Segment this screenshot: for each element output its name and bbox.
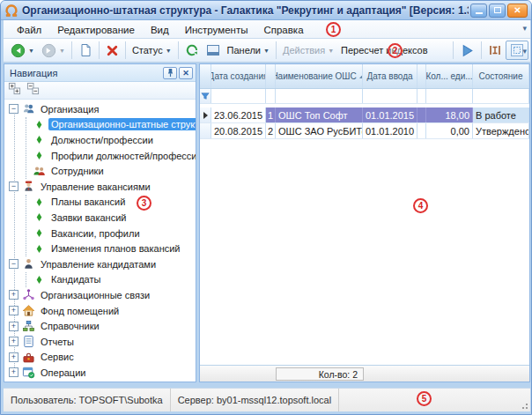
forward-button[interactable]: ▼ xyxy=(38,41,69,60)
collapse-all-button[interactable] xyxy=(26,82,40,99)
tree-leaf[interactable]: Планы вакансий xyxy=(26,195,196,211)
table-cell[interactable]: 2 xyxy=(266,123,276,138)
row-selector[interactable] xyxy=(200,107,211,122)
tree-leaf[interactable]: Профили должностей/профессий xyxy=(26,148,196,164)
collapse-icon[interactable]: − xyxy=(9,259,18,269)
minimize-button[interactable] xyxy=(470,4,487,18)
expand-icon[interactable]: + xyxy=(9,337,18,346)
filter-cell[interactable] xyxy=(473,89,529,103)
tree-leaf[interactable]: Должности/профессии xyxy=(26,132,196,148)
filter-cell[interactable] xyxy=(363,89,417,103)
menubar-overflow-icon[interactable]: ▾ xyxy=(522,24,527,33)
menu-item[interactable]: Инструменты xyxy=(177,23,256,37)
pin-icon[interactable] xyxy=(163,67,177,79)
table-cell[interactable] xyxy=(417,107,426,122)
fit-columns-button[interactable] xyxy=(484,41,506,60)
table-cell[interactable]: 0,00 xyxy=(426,123,473,138)
tree-node[interactable]: −Управление кандидатами xyxy=(4,256,196,272)
column-header[interactable]: Состояние xyxy=(473,64,529,88)
table-cell[interactable]: Утверждено xyxy=(473,123,529,138)
resize-grip[interactable] xyxy=(520,401,528,410)
menu-item[interactable]: Справка xyxy=(255,23,311,37)
table-row[interactable]: 20.08.20152ОШС ЗАО РусБИТех01.01.20100,0… xyxy=(200,123,529,139)
status-dropdown-button[interactable]: Статус ▼ xyxy=(129,41,175,60)
tree-leaf[interactable]: Изменения планов вакансий xyxy=(26,241,196,256)
tree-node-label: Кандидаты xyxy=(48,273,103,285)
menu-bar: ФайлРедактированиеВидИнструментыСправка … xyxy=(4,20,530,39)
panel-view-button[interactable] xyxy=(203,41,224,60)
row-selector[interactable] xyxy=(200,123,211,138)
tree-node-label: Справочники xyxy=(38,320,102,332)
close-button[interactable]: ✕ xyxy=(507,4,528,18)
tree-node[interactable]: −Организация xyxy=(4,101,196,117)
tree-leaf[interactable]: Кандидаты xyxy=(26,272,196,288)
column-header[interactable]: Кол... еди... xyxy=(426,64,473,88)
candidates-icon xyxy=(21,257,35,271)
collapse-icon[interactable]: − xyxy=(9,104,18,114)
panels-dropdown-button[interactable]: Панели ▼ xyxy=(224,41,273,60)
column-header[interactable]: Наименование ОШС xyxy=(276,64,363,88)
tree-node[interactable]: +Организационные связи xyxy=(4,287,196,303)
app-window: Организационно-штатная структура - Галак… xyxy=(0,0,532,415)
filter-cell[interactable] xyxy=(276,89,363,103)
table-cell[interactable]: 01.01.2015 xyxy=(363,107,417,122)
column-header[interactable] xyxy=(266,64,276,88)
table-cell[interactable]: 18,00 xyxy=(426,107,473,122)
tree-leaf[interactable]: Заявки вакансий xyxy=(26,210,196,226)
maximize-button[interactable] xyxy=(489,4,506,18)
table-row[interactable]: 23.06.20151ОШС Топ Софт01.01.201518,00В … xyxy=(200,107,529,123)
column-header[interactable]: Дата ввода xyxy=(363,64,417,88)
tree-node[interactable]: +Справочники xyxy=(4,318,196,334)
column-header[interactable] xyxy=(200,64,211,88)
tree-node-label: Управление кандидатами xyxy=(38,258,159,270)
table-cell[interactable]: В работе xyxy=(473,107,529,122)
expand-icon[interactable]: + xyxy=(9,322,18,331)
tree-leaf[interactable]: Вакансии, профили xyxy=(26,226,196,241)
toolbar-overflow-icon[interactable]: ▾ xyxy=(522,47,527,56)
table-cell[interactable]: ОШС ЗАО РусБИТех xyxy=(276,123,363,138)
expand-all-button[interactable] xyxy=(8,82,21,99)
column-header[interactable]: Дата создания xyxy=(211,64,266,88)
expand-icon[interactable]: + xyxy=(9,352,18,362)
menu-item[interactable]: Файл xyxy=(9,23,49,37)
tree-node[interactable]: −Управление вакансиями xyxy=(4,179,196,195)
new-document-button[interactable] xyxy=(75,41,96,60)
title-bar[interactable]: Организационно-штатная структура - Галак… xyxy=(1,1,531,20)
filter-icon[interactable] xyxy=(200,89,211,103)
column-header[interactable] xyxy=(417,64,426,88)
table-cell[interactable]: 1 xyxy=(266,107,276,122)
delete-button[interactable] xyxy=(102,41,122,60)
tree-node[interactable]: +Сервис xyxy=(4,350,196,366)
filter-cell[interactable] xyxy=(417,89,426,103)
filter-cell[interactable] xyxy=(426,89,473,103)
toolbar: ▼ ▼ Статус ▼ Панели ▼ Де xyxy=(4,39,530,63)
report-icon xyxy=(21,335,35,349)
menu-item[interactable]: Редактирование xyxy=(49,23,143,37)
close-panel-icon[interactable]: ✕ xyxy=(179,67,193,79)
tree-leaf[interactable]: Организационно-штатные структуры xyxy=(26,117,196,133)
expand-icon[interactable]: + xyxy=(9,306,18,315)
tree-node-label: Управление вакансиями xyxy=(38,181,153,193)
diamond-icon xyxy=(32,241,46,256)
collapse-icon[interactable]: − xyxy=(9,182,18,191)
table-cell[interactable]: ОШС Топ Софт xyxy=(276,107,363,122)
filter-cell[interactable] xyxy=(266,89,276,103)
grid-filter-row[interactable] xyxy=(200,89,529,104)
table-cell[interactable] xyxy=(417,123,426,138)
table-cell[interactable]: 20.08.2015 xyxy=(211,123,266,138)
filter-cell[interactable] xyxy=(211,89,266,103)
back-button[interactable]: ▼ xyxy=(7,41,38,60)
table-cell[interactable]: 01.01.2010 xyxy=(363,123,417,138)
tree-leaf[interactable]: Сотрудники xyxy=(26,163,196,179)
tree-node[interactable]: +Отчеты xyxy=(4,334,196,350)
recalc-indexes-button[interactable]: Пересчет индексов xyxy=(337,41,432,60)
expand-icon[interactable]: + xyxy=(9,290,18,300)
menu-item[interactable]: Вид xyxy=(143,23,177,37)
tree-node[interactable]: +Фонд помещений xyxy=(4,303,196,319)
actions-dropdown-button[interactable]: Действия ▼ xyxy=(279,41,337,60)
expand-icon[interactable]: + xyxy=(9,367,18,377)
tree-node[interactable]: +Операции xyxy=(4,365,196,380)
run-button[interactable] xyxy=(456,41,478,60)
table-cell[interactable]: 23.06.2015 xyxy=(211,107,266,122)
refresh-button[interactable] xyxy=(181,41,203,60)
